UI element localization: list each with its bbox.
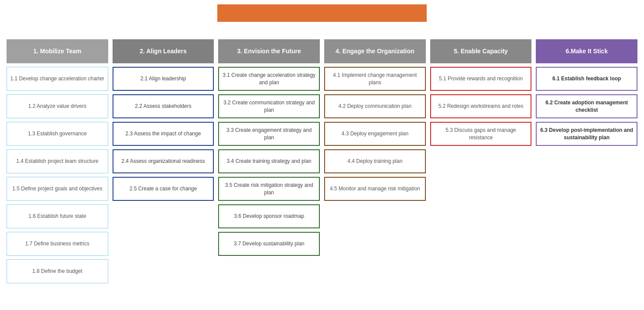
card-4-2[interactable]: 4.2 Deploy communication plan	[324, 94, 426, 118]
card-3-5[interactable]: 3.5 Create risk mitigation strategy and …	[218, 177, 320, 201]
card-2-5[interactable]: 2.5 Create a case for change	[113, 177, 214, 201]
card-5-2[interactable]: 5.2 Redesign workstreams and roles	[430, 94, 532, 118]
column-header-6: 6.Make It Stick	[536, 39, 637, 63]
card-2-1[interactable]: 2.1 Align leadership	[113, 67, 214, 91]
page-title	[217, 4, 427, 22]
card-1-2[interactable]: 1.2 Analyze value drivers	[7, 94, 108, 118]
card-1-8[interactable]: 1.8 Define the budget	[7, 259, 108, 283]
card-5-1[interactable]: 5.1 Provide rewards and recognition	[430, 67, 532, 91]
card-1-5[interactable]: 1.5 Define project goals and objectives	[7, 177, 108, 201]
column-1: 1. Mobilize Team1.1 Develop change accel…	[7, 39, 108, 283]
card-3-3[interactable]: 3.3 Create engagement strategy and plan	[218, 122, 320, 146]
card-5-3[interactable]: 5.3 Discuss gaps and manage resistance	[430, 122, 532, 146]
column-5: 5. Enable Capacity5.1 Provide rewards an…	[430, 39, 532, 146]
column-2: 2. Align Leaders2.1 Align leadership2.2 …	[113, 39, 214, 201]
card-1-4[interactable]: 1.4 Establish project team structure	[7, 149, 108, 173]
column-3: 3. Envision the Future3.1 Create change …	[218, 39, 320, 256]
card-1-3[interactable]: 1.3 Establish governance	[7, 122, 108, 146]
card-3-2[interactable]: 3.2 Create communication strategy and pl…	[218, 94, 320, 118]
column-header-1: 1. Mobilize Team	[7, 39, 108, 63]
column-header-5: 5. Enable Capacity	[430, 39, 532, 63]
card-2-3[interactable]: 2.3 Assess the impact of change	[113, 122, 214, 146]
card-6-1[interactable]: 6.1 Establish feedback loop	[536, 67, 637, 91]
card-3-1[interactable]: 3.1 Create change acceleration strategy …	[218, 67, 320, 91]
card-4-5[interactable]: 4.5 Monitor and manage risk mitigation	[324, 177, 426, 201]
card-1-7[interactable]: 1.7 Define business metrics	[7, 232, 108, 256]
card-3-7[interactable]: 3.7 Develop sustainability plan	[218, 232, 320, 256]
card-1-6[interactable]: 1.6 Establish future state	[7, 204, 108, 228]
card-4-3[interactable]: 4.3 Deploy engagement plan	[324, 122, 426, 146]
card-6-3[interactable]: 6.3 Develop post-implementation and sust…	[536, 122, 637, 146]
columns-wrapper: 1. Mobilize Team1.1 Develop change accel…	[4, 39, 640, 283]
card-2-4[interactable]: 2.4 Assess organizational readiness	[113, 149, 214, 173]
column-header-2: 2. Align Leaders	[113, 39, 214, 63]
column-4: 4. Engage the Organization4.1 Implement …	[324, 39, 426, 201]
card-1-1[interactable]: 1.1 Develop change acceleration charter	[7, 67, 108, 91]
card-2-2[interactable]: 2.2 Assess stakeholders	[113, 94, 214, 118]
card-6-2[interactable]: 6.2 Create adoption management checklist	[536, 94, 637, 118]
card-4-1[interactable]: 4.1 Implement change management plans	[324, 67, 426, 91]
column-6: 6.Make It Stick6.1 Establish feedback lo…	[536, 39, 637, 146]
card-3-4[interactable]: 3.4 Create training strategy and plan	[218, 149, 320, 173]
column-header-3: 3. Envision the Future	[218, 39, 320, 63]
page-wrapper: 1. Mobilize Team1.1 Develop change accel…	[0, 0, 644, 292]
card-4-4[interactable]: 4.4 Deploy training plan	[324, 149, 426, 173]
column-header-4: 4. Engage the Organization	[324, 39, 426, 63]
card-3-6[interactable]: 3.6 Develop sponsor roadmap	[218, 204, 320, 228]
